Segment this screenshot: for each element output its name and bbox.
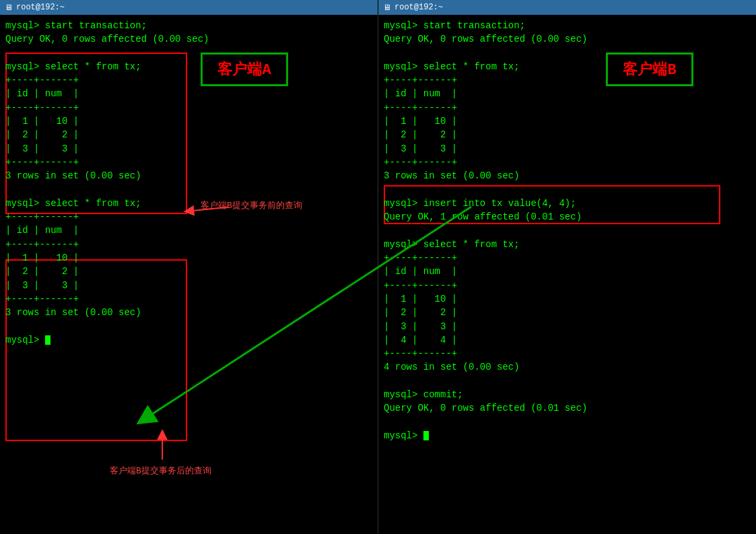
cursor-a (45, 335, 50, 345)
cursor-b (423, 431, 429, 440)
panels: mysql> start transaction; Query OK, 0 ro… (0, 15, 756, 534)
line-b-27 (384, 374, 751, 388)
green-box-a: 客户端A (201, 53, 288, 86)
line-a-14: mysql> select * from tx; (5, 197, 372, 210)
title-bar-right-label: root@192:~ (394, 3, 443, 12)
panel-a-lines: mysql> start transaction; Query OK, 0 ro… (5, 19, 372, 347)
line-a-5: +----+------+ (5, 73, 372, 87)
terminal-icon-right: 🖥 (382, 3, 392, 12)
line-b-28: mysql> commit; (384, 388, 751, 401)
line-b-20: +----+------+ (384, 279, 751, 292)
line-b-10: | 3 | 3 | (384, 142, 751, 156)
line-a-12: 3 rows in set (0.00 sec) (5, 169, 372, 182)
line-b-30 (384, 415, 751, 429)
line-a-2: Query OK, 0 rows affected (0.00 sec) (5, 32, 372, 46)
line-b-13 (384, 183, 751, 197)
title-bars: 🖥 root@192:~ 🖥 root@192:~ (0, 0, 756, 15)
label-after-commit: 客户端B提交事务后的查询 (110, 465, 211, 477)
line-b-7: +----+------+ (384, 101, 751, 114)
line-a-9: | 2 | 2 | (5, 128, 372, 141)
line-b-6: | id | num | (384, 87, 751, 100)
title-bar-right: 🖥 root@192:~ (378, 0, 756, 15)
line-a-19: | 2 | 2 | (5, 265, 372, 278)
line-b-26: 4 rows in set (0.00 sec) (384, 360, 751, 374)
terminal-icon-left: 🖥 (4, 3, 13, 12)
line-a-15: +----+------+ (5, 210, 372, 224)
title-bar-left-label: root@192:~ (16, 3, 65, 12)
panel-b-lines: mysql> start transaction; Query OK, 0 ro… (384, 19, 751, 442)
line-b-29: Query OK, 0 rows affected (0.01 sec) (384, 401, 751, 415)
green-box-b: 客户端B (606, 53, 693, 86)
client-a-label: 客户端A (217, 59, 271, 79)
line-a-13 (5, 183, 372, 197)
line-b-14: mysql> insert into tx value(4, 4); (384, 197, 751, 210)
panel-a: mysql> start transaction; Query OK, 0 ro… (0, 15, 378, 534)
line-b-3 (384, 46, 751, 60)
line-a-6: | id | num | (5, 87, 372, 100)
line-b-2: Query OK, 0 rows affected (0.00 sec) (384, 32, 751, 46)
line-b-22: | 2 | 2 | (384, 306, 751, 319)
line-b-15: Query OK, 1 row affected (0.01 sec) (384, 210, 751, 224)
line-b-12: 3 rows in set (0.00 sec) (384, 169, 751, 182)
line-b-8: | 1 | 10 | (384, 114, 751, 128)
line-a-4: mysql> select * from tx; (5, 60, 372, 73)
line-a-1: mysql> start transaction; (5, 19, 372, 32)
line-b-18: +----+------+ (384, 251, 751, 265)
line-a-16: | id | num | (5, 224, 372, 237)
line-a-10: | 3 | 3 | (5, 142, 372, 156)
panel-a-content: mysql> start transaction; Query OK, 0 ro… (5, 19, 372, 530)
line-b-24: | 4 | 4 | (384, 333, 751, 347)
line-a-21: +----+------+ (5, 292, 372, 306)
line-a-3 (5, 46, 372, 60)
line-b-4: mysql> select * from tx; (384, 60, 751, 73)
line-a-18: | 1 | 10 | (5, 251, 372, 265)
line-a-24: mysql> (5, 333, 372, 347)
line-b-5: +----+------+ (384, 73, 751, 87)
line-a-22: 3 rows in set (0.00 sec) (5, 306, 372, 319)
line-a-23 (5, 320, 372, 333)
line-b-21: | 1 | 10 | (384, 292, 751, 306)
line-b-31: mysql> (384, 429, 751, 442)
line-a-17: +----+------+ (5, 238, 372, 251)
line-b-1: mysql> start transaction; (384, 19, 751, 32)
line-b-9: | 2 | 2 | (384, 128, 751, 141)
line-b-23: | 3 | 3 | (384, 320, 751, 333)
line-b-17: mysql> select * from tx; (384, 238, 751, 251)
line-a-8: | 1 | 10 | (5, 114, 372, 128)
line-b-11: +----+------+ (384, 156, 751, 169)
client-b-label: 客户端B (623, 59, 676, 79)
panel-b-content: mysql> start transaction; Query OK, 0 ro… (384, 19, 751, 530)
line-b-16 (384, 224, 751, 237)
line-b-19: | id | num | (384, 265, 751, 278)
line-a-11: +----+------+ (5, 156, 372, 169)
title-bar-left: 🖥 root@192:~ (0, 0, 378, 15)
line-a-20: | 3 | 3 | (5, 279, 372, 292)
line-b-25: +----+------+ (384, 347, 751, 360)
panel-b: mysql> start transaction; Query OK, 0 ro… (378, 15, 756, 534)
line-a-7: +----+------+ (5, 101, 372, 114)
